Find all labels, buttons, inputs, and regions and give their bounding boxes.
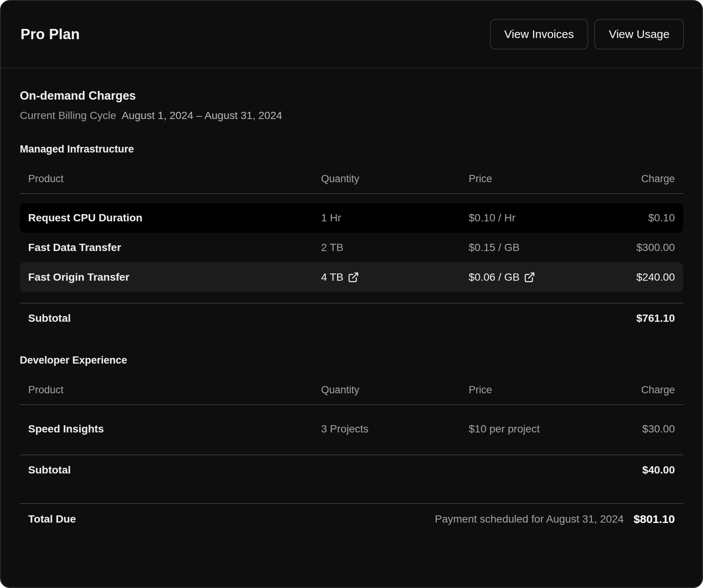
total-due-value: $801.10	[634, 513, 675, 526]
subtotal-label: Subtotal	[28, 464, 71, 476]
view-invoices-button[interactable]: View Invoices	[490, 19, 588, 49]
quantity-value: 4 TB	[321, 271, 344, 283]
table-row[interactable]: Fast Origin Transfer 4 TB $0.06 / GB	[20, 262, 683, 292]
column-header-charge: Charge	[586, 173, 683, 185]
view-usage-button[interactable]: View Usage	[594, 19, 684, 49]
quantity-cell: 1 Hr	[313, 212, 460, 224]
column-header-quantity: Quantity	[313, 173, 460, 185]
billing-cycle-range: August 1, 2024 – August 31, 2024	[122, 110, 282, 121]
quantity-cell: 2 TB	[313, 242, 460, 254]
total-right: Payment scheduled for August 31, 2024 $8…	[435, 513, 675, 526]
on-demand-charges-title: On-demand Charges	[20, 88, 683, 103]
billing-panel: Pro Plan View Invoices View Usage On-dem…	[0, 0, 703, 588]
product-cell: Request CPU Duration	[20, 212, 313, 224]
column-header-product: Product	[20, 173, 313, 185]
charge-cell: $0.10	[586, 212, 683, 224]
subtotal-row: Subtotal $761.10	[20, 304, 683, 333]
column-header-price: Price	[460, 384, 586, 396]
header-actions: View Invoices View Usage	[490, 19, 684, 49]
external-link-icon[interactable]	[348, 272, 359, 283]
price-cell: $10 per project	[460, 423, 586, 435]
quantity-cell: 3 Projects	[313, 423, 460, 435]
external-link-icon[interactable]	[524, 272, 535, 283]
column-header-charge: Charge	[586, 384, 683, 396]
product-cell: Fast Data Transfer	[20, 242, 313, 254]
table-header: Product Quantity Price Charge	[20, 384, 683, 405]
managed-infrastructure-table: Request CPU Duration 1 Hr $0.10 / Hr $0.…	[20, 203, 683, 292]
panel-body: On-demand Charges Current Billing CycleA…	[1, 68, 702, 534]
table-row[interactable]: Fast Data Transfer 2 TB $0.15 / GB $300.…	[20, 233, 683, 262]
column-header-price: Price	[460, 173, 586, 185]
managed-infrastructure-title: Managed Infrastructure	[20, 143, 683, 156]
subtotal-row: Subtotal $40.00	[20, 455, 683, 485]
billing-cycle-label: Current Billing Cycle	[20, 110, 116, 121]
price-cell[interactable]: $0.06 / GB	[460, 271, 586, 283]
table-row[interactable]: Request CPU Duration 1 Hr $0.10 / Hr $0.…	[20, 203, 683, 233]
panel-header: Pro Plan View Invoices View Usage	[1, 1, 702, 68]
subtotal-value: $40.00	[642, 464, 675, 476]
billing-cycle: Current Billing CycleAugust 1, 2024 – Au…	[20, 109, 683, 122]
subtotal-value: $761.10	[636, 312, 675, 324]
developer-experience-table: Speed Insights 3 Projects $10 per projec…	[20, 414, 683, 444]
table-row[interactable]: Speed Insights 3 Projects $10 per projec…	[20, 414, 683, 444]
total-row: Total Due Payment scheduled for August 3…	[20, 504, 683, 534]
total-due-label: Total Due	[28, 513, 76, 525]
quantity-cell[interactable]: 4 TB	[313, 271, 460, 283]
payment-scheduled-note: Payment scheduled for August 31, 2024	[435, 513, 624, 525]
developer-experience-title: Developer Experience	[20, 354, 683, 367]
column-header-quantity: Quantity	[313, 384, 460, 396]
price-cell: $0.15 / GB	[460, 242, 586, 254]
table-header: Product Quantity Price Charge	[20, 173, 683, 194]
price-value: $0.06 / GB	[469, 271, 520, 283]
charge-cell: $300.00	[586, 242, 683, 254]
page-title: Pro Plan	[21, 26, 80, 43]
column-header-product: Product	[20, 384, 313, 396]
product-cell: Speed Insights	[20, 423, 313, 435]
charge-cell: $30.00	[586, 423, 683, 435]
subtotal-label: Subtotal	[28, 312, 71, 324]
product-cell: Fast Origin Transfer	[20, 271, 313, 283]
charge-cell: $240.00	[586, 271, 683, 283]
price-cell: $0.10 / Hr	[460, 212, 586, 224]
